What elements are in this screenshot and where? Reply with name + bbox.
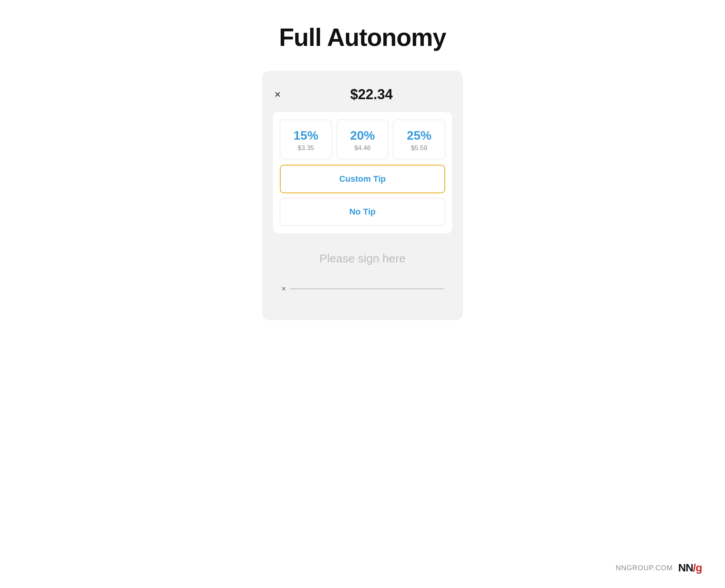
- custom-tip-button[interactable]: Custom Tip: [280, 165, 445, 193]
- footer-url: NNGROUP.COM: [616, 564, 673, 572]
- tip-15-amount: $3.35: [284, 144, 328, 152]
- tip-options-card: 15% $3.35 20% $4.46 25% $5.59 Custom Tip…: [273, 112, 452, 233]
- footer-logo-nn: NN: [678, 562, 693, 574]
- tip-25-amount: $5.59: [397, 144, 441, 152]
- footer-logo-slash: /: [693, 562, 696, 574]
- tip-15-pct: 15%: [284, 128, 328, 143]
- signature-card: Please sign here ×: [273, 240, 452, 305]
- no-tip-button[interactable]: No Tip: [280, 198, 445, 226]
- footer-logo-g: g: [696, 562, 702, 574]
- card-header: × $22.34: [273, 83, 452, 112]
- tip-25-pct: 25%: [397, 128, 441, 143]
- close-icon[interactable]: ×: [274, 89, 281, 100]
- footer-logo: NN/g: [678, 562, 702, 574]
- tip-20-pct: 20%: [341, 128, 385, 143]
- page-title: Full Autonomy: [0, 0, 725, 71]
- sign-here-placeholder: Please sign here: [280, 252, 445, 265]
- header-amount: $22.34: [304, 86, 451, 103]
- tip-20-amount: $4.46: [341, 144, 385, 152]
- signature-line[interactable]: [290, 289, 444, 289]
- tip-25-button[interactable]: 25% $5.59: [393, 120, 445, 159]
- tip-percentages-row: 15% $3.35 20% $4.46 25% $5.59: [280, 120, 445, 159]
- tip-15-button[interactable]: 15% $3.35: [280, 120, 332, 159]
- phone-card: × $22.34 15% $3.35 20% $4.46 25% $5.59: [262, 71, 463, 320]
- footer: NNGROUP.COM NN/g: [616, 562, 702, 574]
- signature-x-mark: ×: [281, 284, 286, 293]
- signature-line-row: ×: [280, 284, 445, 293]
- no-tip-label: No Tip: [349, 207, 376, 216]
- custom-tip-label: Custom Tip: [339, 174, 386, 184]
- tip-20-button[interactable]: 20% $4.46: [337, 120, 389, 159]
